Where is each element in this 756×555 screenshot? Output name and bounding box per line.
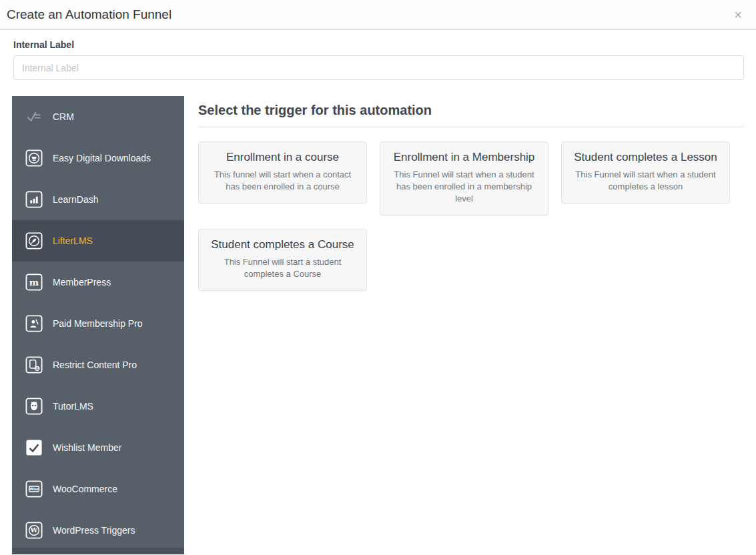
internal-label-input[interactable] <box>13 55 744 80</box>
trigger-card-title: Enrollment in a course <box>208 151 357 164</box>
trigger-card-title: Student completes a Course <box>208 238 357 251</box>
trigger-card-student-completes-a-course[interactable]: Student completes a Course This Funnel w… <box>198 229 367 291</box>
modal-content: CRM Easy Digital Downloads LearnDash Lif… <box>0 96 756 554</box>
easy-digital-downloads-icon <box>25 149 43 167</box>
sidebar-item-tutorlms[interactable]: TutorLMS <box>12 386 184 427</box>
modal-title: Create an Automation Funnel <box>7 7 171 22</box>
paid-membership-pro-icon <box>25 315 43 332</box>
sidebar-item-learndash[interactable]: LearnDash <box>12 179 184 220</box>
internal-label-section: Internal Label <box>0 30 756 80</box>
trigger-card-description: This Funnel will start when a student co… <box>571 169 720 193</box>
sidebar-item-paid-membership-pro[interactable]: Paid Membership Pro <box>12 303 184 344</box>
crm-checklist-icon <box>25 108 43 125</box>
sidebar-item-label: Restrict Content Pro <box>53 360 137 370</box>
close-icon[interactable]: × <box>731 7 745 23</box>
sidebar-item-label: Paid Membership Pro <box>53 318 143 329</box>
sidebar-item-label: Easy Digital Downloads <box>53 153 151 163</box>
trigger-card-enrollment-in-a-membership[interactable]: Enrollment in a Membership This Funnel w… <box>380 141 548 215</box>
wordpress-icon: W <box>25 522 43 539</box>
trigger-card-student-completes-a-lesson[interactable]: Student completes a Lesson This Funnel w… <box>561 141 730 203</box>
heading-divider <box>198 127 744 127</box>
restrict-content-pro-icon <box>25 356 43 374</box>
tutorlms-owl-icon <box>25 398 43 415</box>
sidebar-item-label: LearnDash <box>53 194 99 205</box>
wishlist-member-check-icon <box>25 439 43 456</box>
sidebar-item-label: WordPress Triggers <box>53 525 135 536</box>
sidebar-item-wishlist-member[interactable]: Wishlist Member <box>12 427 184 468</box>
trigger-card-description: This Funnel will start when a student ha… <box>390 169 538 205</box>
sidebar-item-memberpress[interactable]: m MemberPress <box>12 261 184 303</box>
modal-header: Create an Automation Funnel × <box>0 0 756 30</box>
trigger-card-title: Enrollment in a Membership <box>390 151 538 164</box>
sidebar-bottom-strip <box>12 548 184 554</box>
trigger-card-enrollment-in-a-course[interactable]: Enrollment in a course This funnel will … <box>198 141 367 203</box>
trigger-card-title: Student completes a Lesson <box>571 151 720 164</box>
trigger-card-description: This funnel will start when a contact ha… <box>208 169 357 193</box>
internal-label-text: Internal Label <box>13 39 744 50</box>
sidebar-item-label: WooCommerce <box>53 484 117 494</box>
sidebar-item-label: CRM <box>53 111 74 122</box>
woocommerce-icon: Woo <box>25 480 43 498</box>
sidebar-item-label: Wishlist Member <box>53 442 121 453</box>
integrations-sidebar: CRM Easy Digital Downloads LearnDash Lif… <box>12 96 184 554</box>
sidebar-item-easy-digital-downloads[interactable]: Easy Digital Downloads <box>12 137 184 179</box>
trigger-panel-heading: Select the trigger for this automation <box>198 103 744 118</box>
sidebar-item-restrict-content-pro[interactable]: Restrict Content Pro <box>12 344 184 386</box>
create-automation-funnel-modal: Create an Automation Funnel × Internal L… <box>0 0 756 555</box>
memberpress-icon: m <box>25 273 43 291</box>
lifterlms-rocket-icon <box>25 232 43 249</box>
learndash-icon <box>25 191 43 208</box>
svg-text:Woo: Woo <box>29 487 39 491</box>
sidebar-item-label: MemberPress <box>53 277 111 288</box>
trigger-card-description: This Funnel will start a student complet… <box>208 256 357 280</box>
svg-text:m: m <box>29 277 39 288</box>
trigger-card-grid: Enrollment in a course This funnel will … <box>198 141 744 291</box>
trigger-panel: Select the trigger for this automation E… <box>198 96 744 554</box>
sidebar-item-label: LifterLMS <box>53 235 93 246</box>
sidebar-item-crm[interactable]: CRM <box>12 96 184 137</box>
sidebar-item-wordpress-triggers[interactable]: W WordPress Triggers <box>12 510 184 551</box>
sidebar-item-woocommerce[interactable]: Woo WooCommerce <box>12 468 184 510</box>
sidebar-item-label: TutorLMS <box>53 401 93 412</box>
sidebar-item-lifterlms[interactable]: LifterLMS <box>12 220 184 261</box>
svg-text:W: W <box>30 526 39 534</box>
